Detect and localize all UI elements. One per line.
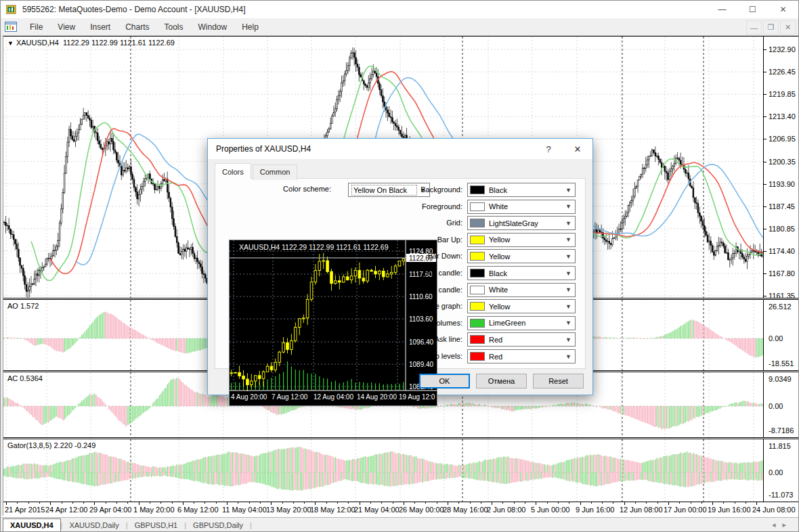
time-axis-tick xyxy=(691,502,691,504)
indicator-axis-label: 11.815 xyxy=(769,442,791,450)
chevron-down-icon: ▼ xyxy=(565,253,571,260)
dialog-tabs: ColorsCommon xyxy=(215,164,299,180)
time-axis-tick xyxy=(481,502,481,504)
time-axis-tick xyxy=(194,502,194,504)
color-field-row: Bull candle:Black▼ xyxy=(406,266,576,280)
color-field-row: Bear candle:White▼ xyxy=(406,283,576,297)
chevron-down-icon: ▼ xyxy=(565,336,571,343)
color-value: Yellow xyxy=(489,252,510,261)
dialog-close-button[interactable]: ✕ xyxy=(564,139,591,159)
time-axis-tick xyxy=(304,502,305,504)
window-maximize-button[interactable]: ☐ xyxy=(737,1,768,18)
mdi-restore-button[interactable]: ❐ xyxy=(763,20,779,35)
time-axis-tick xyxy=(348,502,349,504)
svg-text:12 Aug 04:00: 12 Aug 04:00 xyxy=(314,393,353,401)
time-axis-tick xyxy=(679,502,680,504)
menu-item-window[interactable]: Window xyxy=(191,20,235,35)
time-axis-tick xyxy=(227,502,228,505)
color-combobox-foreground-[interactable]: White▼ xyxy=(467,200,576,214)
menu-items: FileViewInsertChartsToolsWindowHelp xyxy=(22,20,266,35)
color-field-row: Line graph:Yellow▼ xyxy=(406,299,576,313)
dialog-tab-colors[interactable]: Colors xyxy=(215,163,251,179)
ok-button[interactable]: OK xyxy=(419,374,470,389)
time-axis-tick xyxy=(735,502,735,504)
price-axis-label: 1226.45 xyxy=(769,68,796,76)
color-swatch xyxy=(470,185,485,194)
time-axis-tick xyxy=(326,502,327,504)
workspace-tab-gbpusd-h1[interactable]: GBPUSD,H1 xyxy=(128,519,185,531)
menu-item-insert[interactable]: Insert xyxy=(83,20,118,35)
reset-button[interactable]: Reset xyxy=(533,374,584,389)
tab-scroll-left-icon[interactable]: ◂ xyxy=(772,520,783,529)
time-axis-tick xyxy=(458,502,459,504)
color-field-row: Volumes:LimeGreen▼ xyxy=(406,316,576,330)
color-value: Yellow xyxy=(489,303,510,311)
color-field-row: Background:Black▼ xyxy=(406,183,576,197)
time-axis-tick xyxy=(381,502,382,504)
gator-indicator-canvas[interactable] xyxy=(3,439,763,502)
color-field-label: Bar Down: xyxy=(428,252,462,260)
time-axis-label: 2 Jun 08:00 xyxy=(487,506,526,514)
gator-indicator-pane[interactable]: Gator(13,8,5) 2.220 -0.249 11.8150.00-11… xyxy=(3,439,798,502)
time-axis-tick xyxy=(635,502,636,504)
time-axis-tick xyxy=(756,502,757,505)
mdi-minimize-button[interactable]: — xyxy=(746,20,762,35)
dialog-help-button[interactable]: ? xyxy=(535,139,562,159)
color-combobox-bar-down-[interactable]: Yellow▼ xyxy=(467,249,576,263)
time-axis-tick xyxy=(558,502,559,504)
color-combobox-bull-candle-[interactable]: Black▼ xyxy=(467,266,576,280)
svg-text:4 Aug 20:00: 4 Aug 20:00 xyxy=(231,393,267,401)
time-axis-tick xyxy=(72,502,73,504)
time-axis-tick xyxy=(668,502,669,505)
time-axis[interactable]: 21 Apr 201524 Apr 12:0029 Apr 04:001 May… xyxy=(3,502,798,517)
time-axis-label: 24 Jun 08:00 xyxy=(752,506,796,514)
dialog-tab-common[interactable]: Common xyxy=(253,164,298,180)
color-combobox-grid-[interactable]: LightSlateGray▼ xyxy=(467,216,576,230)
color-combobox-ask-line-[interactable]: Red▼ xyxy=(467,332,576,347)
menu-item-tools[interactable]: Tools xyxy=(157,20,191,35)
chevron-down-icon[interactable]: ▼ xyxy=(7,40,14,47)
color-combobox-background-[interactable]: Black▼ xyxy=(467,183,576,197)
time-axis-label: 21 May 04:00 xyxy=(354,506,400,514)
menu-item-charts[interactable]: Charts xyxy=(118,20,156,35)
color-swatch xyxy=(470,269,485,278)
color-combobox-volumes-[interactable]: LimeGreen▼ xyxy=(467,316,576,330)
dialog-title-bar[interactable]: Properties of XAUUSD,H4 ? ✕ xyxy=(208,139,592,159)
tab-scroll-right-icon[interactable]: ▸ xyxy=(782,520,793,529)
properties-dialog: Properties of XAUUSD,H4 ? ✕ ColorsCommon… xyxy=(207,138,593,395)
chart-ohlc: 1122.29 1122.99 1121.61 1122.69 xyxy=(63,39,175,47)
gator-price-axis: 11.8150.00-11.073 xyxy=(763,439,798,502)
price-axis-tick xyxy=(764,139,766,139)
menu-item-file[interactable]: File xyxy=(22,20,50,35)
workspace-tab-gbpusd-daily[interactable]: GBPUSD,Daily xyxy=(186,519,250,531)
window-minimize-button[interactable]: — xyxy=(707,1,737,18)
color-combobox-bar-up-[interactable]: Yellow▼ xyxy=(467,233,576,247)
color-combobox-bear-candle-[interactable]: White▼ xyxy=(467,283,576,297)
chevron-down-icon: ▼ xyxy=(565,319,571,326)
time-axis-label: 1 May 20:00 xyxy=(133,506,175,514)
color-swatch xyxy=(470,219,485,227)
color-field-row: Bar Up:Yellow▼ xyxy=(406,233,576,247)
cancel-button[interactable]: Отмена xyxy=(476,374,527,389)
color-combobox-stop-levels-[interactable]: Red▼ xyxy=(467,349,576,363)
menu-item-view[interactable]: View xyxy=(50,20,83,35)
window-close-button[interactable]: ✕ xyxy=(768,1,798,18)
time-axis-tick xyxy=(624,502,625,505)
time-axis-label: 19 Jun 16:00 xyxy=(708,506,751,514)
menu-item-help[interactable]: Help xyxy=(234,20,266,35)
color-value: Red xyxy=(489,353,502,361)
mdi-close-button[interactable]: ✕ xyxy=(780,20,796,35)
chart-symbol: XAUUSD,H4 xyxy=(16,39,59,47)
workspace-tab-xauusd-daily[interactable]: XAUUSD,Daily xyxy=(62,519,125,531)
workspace-tab-xauusd-h4[interactable]: XAUUSD,H4 xyxy=(3,518,61,532)
time-axis-tick xyxy=(657,502,658,504)
color-field-label: Stop levels: xyxy=(424,352,462,360)
time-axis-tick xyxy=(216,502,217,504)
time-axis-tick xyxy=(160,502,161,504)
color-field-row: Stop levels:Red▼ xyxy=(406,349,576,363)
color-swatch xyxy=(470,302,485,311)
time-axis-tick xyxy=(17,502,18,504)
chart-window-icon[interactable] xyxy=(5,22,17,32)
color-combobox-line-graph-[interactable]: Yellow▼ xyxy=(467,299,576,313)
time-axis-tick xyxy=(602,502,603,504)
